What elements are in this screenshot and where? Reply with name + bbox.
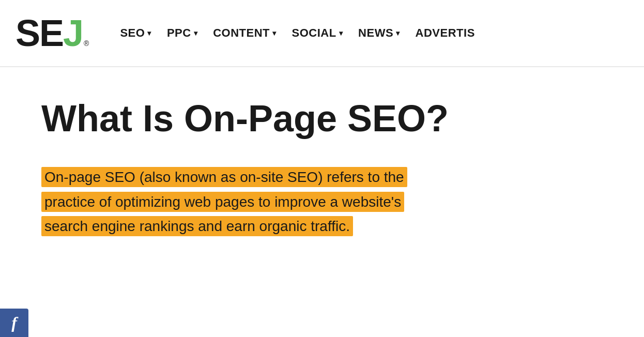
main-content: What Is On-Page SEO? On-page SEO (also k…: [0, 67, 569, 259]
main-nav: SEO ▾ PPC ▾ CONTENT ▾ SOCIAL ▾ NEWS ▾ AD…: [115, 24, 480, 42]
highlight-line-1: On-page SEO (also known as on-site SEO) …: [41, 167, 407, 187]
nav-item-social[interactable]: SOCIAL ▾: [286, 24, 348, 42]
chevron-down-icon-content: ▾: [272, 29, 277, 37]
logo-se: SE: [16, 14, 63, 52]
logo-registered: ®: [84, 39, 89, 48]
facebook-button[interactable]: f: [0, 309, 28, 337]
chevron-down-icon-seo: ▾: [147, 29, 151, 37]
chevron-down-icon-news: ▾: [396, 29, 400, 37]
nav-label-social: SOCIAL: [292, 26, 336, 40]
nav-item-content[interactable]: CONTENT ▾: [208, 24, 281, 42]
nav-item-news[interactable]: NEWS ▾: [353, 24, 405, 42]
chevron-down-icon-social: ▾: [339, 29, 343, 37]
nav-label-seo: SEO: [120, 26, 145, 40]
logo[interactable]: SEJ ®: [16, 14, 89, 52]
nav-item-ppc[interactable]: PPC ▾: [162, 24, 203, 42]
nav-label-advertis: ADVERTIS: [416, 26, 475, 40]
description-text: On-page SEO (also known as on-site SEO) …: [41, 165, 527, 239]
nav-label-news: NEWS: [358, 26, 393, 40]
nav-item-seo[interactable]: SEO ▾: [115, 24, 156, 42]
nav-item-advertis[interactable]: ADVERTIS: [410, 24, 480, 42]
facebook-icon: f: [11, 313, 17, 332]
logo-j: J: [63, 14, 83, 52]
page-title: What Is On-Page SEO?: [41, 98, 527, 139]
nav-label-content: CONTENT: [213, 26, 270, 40]
logo-text: SEJ: [16, 14, 83, 52]
chevron-down-icon-ppc: ▾: [194, 29, 198, 37]
description-block: On-page SEO (also known as on-site SEO) …: [41, 165, 527, 239]
highlight-line-3: search engine rankings and earn organic …: [41, 216, 353, 236]
highlight-line-2: practice of optimizing web pages to impr…: [41, 192, 404, 212]
header: SEJ ® SEO ▾ PPC ▾ CONTENT ▾ SOCIAL ▾ NEW…: [0, 0, 644, 67]
nav-label-ppc: PPC: [167, 26, 191, 40]
